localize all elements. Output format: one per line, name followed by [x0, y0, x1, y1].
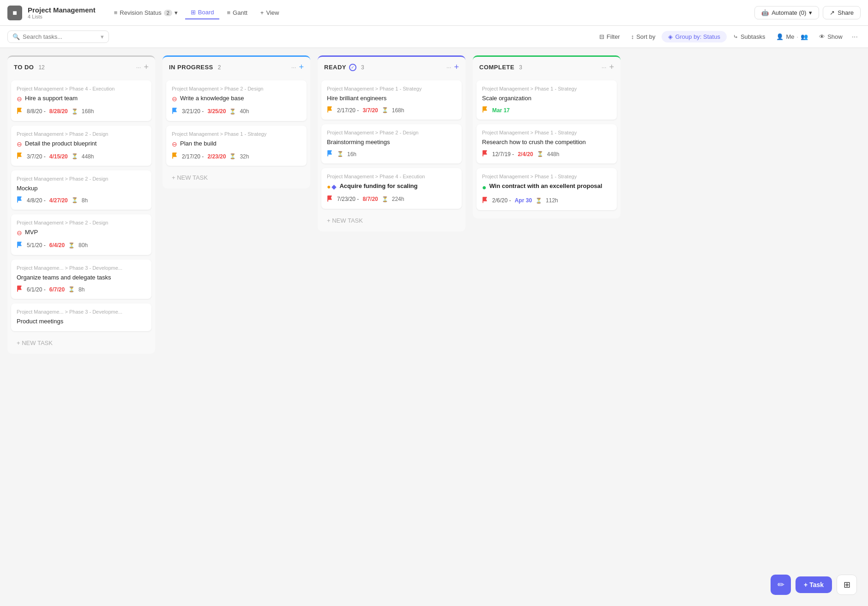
- card-title: Hire brilliant engineers: [327, 94, 456, 103]
- hourglass-icon: ⏳: [72, 109, 78, 115]
- status-icon: ⊖: [172, 140, 177, 149]
- hours-value: 448h: [82, 153, 94, 160]
- date-start: 4/8/20 -: [27, 197, 46, 204]
- board-icon: ⊞: [191, 9, 196, 16]
- status-icon: ⊖: [172, 95, 177, 104]
- task-card[interactable]: Project Management > Phase 2 - Design Mo…: [11, 170, 151, 210]
- flag-icon: [172, 152, 178, 160]
- grid-fab-button[interactable]: ⊞: [837, 575, 857, 595]
- search-box[interactable]: 🔍 ▾: [7, 30, 109, 43]
- column-count-ready: 3: [361, 64, 364, 71]
- hourglass-icon: ⏳: [229, 109, 236, 115]
- flag-icon: [482, 106, 488, 114]
- search-input[interactable]: [23, 33, 98, 40]
- task-card[interactable]: Project Management > Phase 4 - Execution…: [11, 80, 151, 121]
- date-start: 3/21/20 -: [182, 108, 204, 115]
- card-title: ● Win contract with an excellent proposa…: [482, 182, 611, 193]
- column-body-complete: Project Management > Phase 1 - Strategy …: [473, 77, 621, 218]
- sortby-button[interactable]: ↕ Sort by: [627, 31, 660, 42]
- new-task-button-ready[interactable]: + NEW TASK: [321, 213, 462, 228]
- hourglass-icon: ⏳: [337, 151, 344, 157]
- column-title-complete: COMPLETE: [479, 64, 514, 71]
- card-breadcrumb: Project Management > Phase 2 - Design: [327, 130, 456, 135]
- column-actions-todo[interactable]: ··· +: [136, 62, 149, 72]
- nav-board[interactable]: ⊞ Board: [185, 6, 220, 19]
- date-start: 2/17/20 -: [182, 153, 204, 160]
- card-meta: 2/17/20 - 3/7/20 ⏳168h: [327, 106, 456, 114]
- date-start: 7/23/20 -: [337, 196, 359, 202]
- nav-revision-status[interactable]: ≡ Revision Status 2 ▾: [108, 6, 183, 19]
- card-meta: 5/1/20 - 6/4/20 ⏳80h: [17, 242, 146, 249]
- card-breadcrumb: Project Management > Phase 1 - Strategy: [482, 174, 611, 179]
- task-card[interactable]: Project Manageme... > Phase 3 - Developm…: [11, 303, 151, 331]
- hours-value: 8h: [78, 286, 84, 293]
- project-sub: 4 Lists: [28, 14, 96, 19]
- column-body-todo: Project Management > Phase 4 - Execution…: [7, 77, 155, 354]
- date-start: 12/7/19 -: [492, 151, 514, 158]
- column-header-complete: COMPLETE 3 ··· +: [473, 55, 621, 77]
- column-todo: TO DO 12 ··· + Project Management > Phas…: [7, 55, 155, 354]
- date-start: 8/8/20 -: [27, 108, 46, 115]
- task-card[interactable]: Project Management > Phase 2 - Design Br…: [321, 124, 462, 164]
- task-card[interactable]: Project Management > Phase 1 - Strategy …: [476, 80, 617, 120]
- new-task-button-inprogress[interactable]: + NEW TASK: [166, 170, 307, 185]
- task-card[interactable]: Project Management > Phase 2 - Design ⊖ …: [11, 214, 151, 255]
- add-task-fab-button[interactable]: + Task: [796, 576, 832, 593]
- hourglass-icon: ⏳: [382, 107, 388, 113]
- task-card[interactable]: Project Manageme... > Phase 3 - Developm…: [11, 260, 151, 299]
- groupby-button[interactable]: ◈ Group by: Status: [662, 31, 727, 42]
- card-title: Mockup: [17, 184, 146, 193]
- share-button[interactable]: ↗ Share: [823, 6, 861, 19]
- date-start: 5/1/20 -: [27, 242, 46, 248]
- automate-button[interactable]: 🤖 Automate (0) ▾: [754, 6, 819, 19]
- column-actions-inprogress[interactable]: ··· +: [291, 62, 304, 72]
- date-end: 8/28/20: [49, 108, 68, 115]
- more-icon[interactable]: ···: [602, 64, 607, 71]
- more-options-icon[interactable]: ···: [849, 31, 861, 43]
- group-icon: ◈: [668, 33, 673, 40]
- column-title-ready: READY: [324, 64, 346, 71]
- nav-gantt[interactable]: ≡ Gantt: [221, 6, 253, 19]
- show-button[interactable]: 👁 Show: [814, 31, 847, 42]
- project-name: Project Management: [28, 6, 96, 14]
- flag-icon: [327, 106, 333, 114]
- date-end: 4/27/20: [49, 197, 68, 204]
- more-icon[interactable]: ···: [291, 64, 296, 71]
- add-column-icon[interactable]: +: [299, 62, 304, 72]
- filter-button[interactable]: ⊟ Filter: [595, 31, 625, 42]
- hourglass-icon: ⏳: [68, 286, 75, 292]
- add-column-icon[interactable]: +: [144, 62, 149, 72]
- card-breadcrumb: Project Management > Phase 2 - Design: [17, 131, 146, 137]
- add-column-icon[interactable]: +: [609, 62, 614, 72]
- column-actions-ready[interactable]: ··· +: [446, 62, 459, 72]
- column-ready: READY ✓ 3 ··· + Project Management > Pha…: [318, 55, 465, 231]
- card-meta: Mar 17: [482, 106, 611, 114]
- status-icon: ⊖: [17, 229, 22, 238]
- card-breadcrumb: Project Management > Phase 1 - Strategy: [482, 86, 611, 91]
- me-button[interactable]: 👤 Me · 👥: [772, 31, 813, 42]
- edit-fab-button[interactable]: ✏: [771, 575, 791, 595]
- add-column-icon[interactable]: +: [454, 62, 459, 72]
- date-start: 6/1/20 -: [27, 286, 46, 293]
- task-card[interactable]: Project Management > Phase 4 - Execution…: [321, 168, 462, 209]
- task-card[interactable]: Project Management > Phase 1 - Strategy …: [321, 80, 462, 120]
- flag-icon: [17, 108, 23, 115]
- more-icon[interactable]: ···: [136, 64, 141, 71]
- new-task-button-todo[interactable]: + NEW TASK: [11, 336, 151, 350]
- card-breadcrumb: Project Management > Phase 4 - Execution: [17, 86, 146, 91]
- column-actions-complete[interactable]: ··· +: [602, 62, 614, 72]
- column-count-inprogress: 2: [218, 64, 221, 71]
- task-card[interactable]: Project Management > Phase 1 - Strategy …: [166, 126, 307, 166]
- card-meta: ⏳16h: [327, 150, 456, 158]
- card-meta: 6/1/20 - 6/7/20 ⏳8h: [17, 285, 146, 293]
- task-card[interactable]: Project Management > Phase 2 - Design ⊖ …: [166, 80, 307, 121]
- flag-icon: [17, 152, 23, 160]
- date-end: Apr 30: [515, 197, 532, 204]
- task-card[interactable]: Project Management > Phase 1 - Strategy …: [476, 124, 617, 164]
- task-card[interactable]: Project Management > Phase 1 - Strategy …: [476, 168, 617, 210]
- task-card[interactable]: Project Management > Phase 2 - Design ⊖ …: [11, 126, 151, 166]
- more-icon[interactable]: ···: [446, 64, 452, 71]
- subtasks-button[interactable]: ⤷ Subtasks: [729, 31, 770, 42]
- nav-view[interactable]: + View: [255, 6, 285, 19]
- card-meta: 2/17/20 - 2/23/20 ⏳32h: [172, 152, 301, 160]
